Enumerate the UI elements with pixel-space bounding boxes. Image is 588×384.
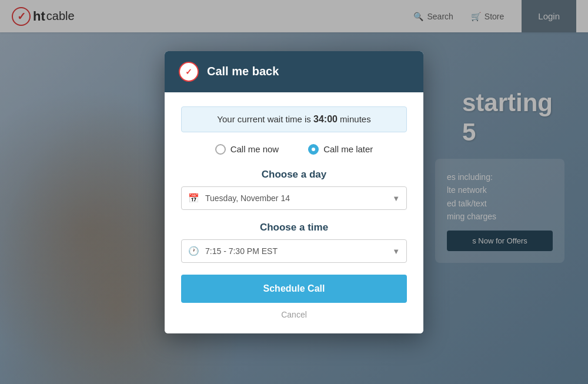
- modal-logo-v: ✓: [185, 67, 192, 76]
- time-section-title: Choose a time: [181, 222, 407, 233]
- call-now-label: Call me now: [230, 144, 279, 154]
- modal-logo: ✓: [179, 62, 199, 82]
- modal-header: ✓ Call me back: [165, 51, 423, 92]
- day-select[interactable]: Tuesday, November 14 Wednesday, November…: [181, 186, 407, 210]
- call-later-radio[interactable]: [308, 144, 319, 155]
- time-select[interactable]: 7:15 - 7:30 PM EST 7:30 - 7:45 PM EST 7:…: [181, 239, 407, 263]
- wait-time-value: 34:00: [313, 114, 338, 124]
- call-now-option[interactable]: Call me now: [215, 144, 279, 155]
- time-select-wrapper: 🕐 7:15 - 7:30 PM EST 7:30 - 7:45 PM EST …: [181, 239, 407, 263]
- wait-time-banner: Your current wait time is 34:00 minutes: [181, 106, 407, 132]
- day-select-wrapper: 📅 Tuesday, November 14 Wednesday, Novemb…: [181, 186, 407, 210]
- call-options: Call me now Call me later: [181, 144, 407, 155]
- callback-modal: ✓ Call me back Your current wait time is…: [165, 51, 423, 333]
- schedule-call-button[interactable]: Schedule Call: [181, 275, 407, 303]
- modal-body: Your current wait time is 34:00 minutes …: [165, 92, 423, 333]
- call-now-radio[interactable]: [215, 144, 226, 155]
- day-section-title: Choose a day: [181, 169, 407, 181]
- cancel-link[interactable]: Cancel: [181, 310, 407, 319]
- call-later-label: Call me later: [323, 144, 373, 154]
- modal-title: Call me back: [207, 65, 279, 78]
- wait-time-prefix: Your current wait time is: [217, 114, 313, 124]
- call-later-option[interactable]: Call me later: [308, 144, 373, 155]
- wait-time-suffix: minutes: [338, 114, 371, 124]
